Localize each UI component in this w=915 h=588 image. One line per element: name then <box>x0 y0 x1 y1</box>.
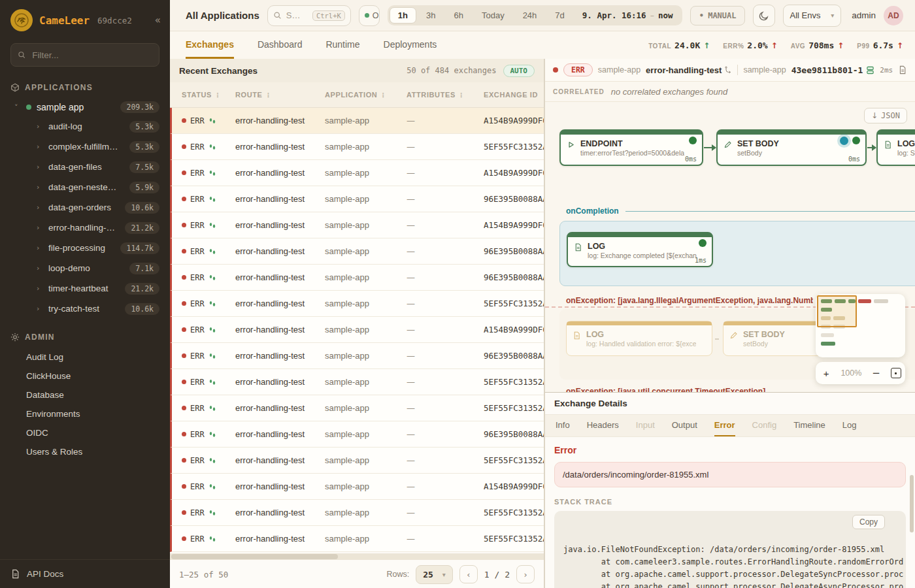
sidebar-route-item[interactable]: ›try-catch-test10.6k <box>0 299 170 319</box>
global-search-input[interactable]: S… Ctrl+K <box>267 5 351 26</box>
sidebar-item-environments[interactable]: Environments <box>0 404 170 423</box>
table-row[interactable]: ERRerror-handling-testsample-app—A154B9A… <box>170 160 544 186</box>
table-row[interactable]: ERRerror-handling-testsample-app—5EF55FC… <box>170 134 544 160</box>
admin-menu: Audit LogClickHouseDatabaseEnvironmentsO… <box>0 348 170 461</box>
table-row[interactable]: ERRerror-handling-testsample-app—5EF55FC… <box>170 369 544 395</box>
copy-button[interactable]: Copy <box>852 515 885 529</box>
download-json-button[interactable]: ↓ JSON <box>864 108 907 123</box>
sidebar-item-clickhouse[interactable]: ClickHouse <box>0 367 170 385</box>
zoom-in-button[interactable]: + <box>820 368 833 379</box>
time-range-1h[interactable]: 1h <box>390 7 416 24</box>
minimap-viewport[interactable] <box>817 295 857 327</box>
zoom-out-button[interactable]: − <box>870 367 883 379</box>
time-range-6h[interactable]: 6h <box>445 7 471 24</box>
sidebar-item-api-docs[interactable]: API Docs <box>0 559 170 588</box>
table-row[interactable]: ERRerror-handling-testsample-app—5EF55FC… <box>170 500 544 526</box>
sidebar-route-item[interactable]: ›loop-demo7.1k <box>0 258 170 278</box>
node-exception-log[interactable]: LOG log: Handled validation error: ${exc… <box>566 321 712 356</box>
next-page-button[interactable]: › <box>516 565 535 583</box>
node-endpoint[interactable]: ENDPOINT timer:errorTest?period=5000&del… <box>559 129 703 166</box>
sidebar-route-item[interactable]: ›data-gen-neste…5.9k <box>0 177 170 197</box>
tab-dashboard[interactable]: Dashboard <box>258 31 303 59</box>
column-header-route[interactable]: ROUTE⋮ <box>235 91 325 99</box>
column-header-attributes[interactable]: ATTRIBUTES⋮ <box>407 91 484 99</box>
node-completion-log[interactable]: LOG log: Exchange completed [${exchan 1m… <box>567 232 713 267</box>
node-log[interactable]: LOG log: Sta <box>876 129 915 166</box>
scrollbar-thumb[interactable] <box>171 554 338 559</box>
status-label: ERR <box>190 325 205 335</box>
time-range-today[interactable]: Today <box>473 7 513 24</box>
details-tab-error[interactable]: Error <box>714 415 735 436</box>
details-tab-info[interactable]: Info <box>556 415 570 436</box>
table-row[interactable]: ERRerror-handling-testsample-app—5EF55FC… <box>170 526 544 552</box>
fit-view-button[interactable] <box>891 368 901 378</box>
date-range-display[interactable]: 9. Apr. 16:16–now <box>574 7 681 24</box>
table-row[interactable]: ERRerror-handling-testsample-app—96E395B… <box>170 186 544 212</box>
route-name: timer-heartbeat <box>48 284 108 293</box>
dark-mode-toggle[interactable] <box>753 5 775 27</box>
sidebar-route-item[interactable]: ›error-handling-…21.2k <box>0 218 170 238</box>
exchange-id[interactable]: 43ee9811b801-1 <box>791 65 875 75</box>
table-row[interactable]: ERRerror-handling-testsample-app—5EF55FC… <box>170 291 544 317</box>
flow-canvas[interactable]: ↓ JSON ENDPOINT timer:errorTest?period=5… <box>545 102 915 392</box>
tab-deployments[interactable]: Deployments <box>384 31 437 59</box>
filter-input[interactable] <box>31 50 152 61</box>
details-tab-log[interactable]: Log <box>842 415 857 436</box>
download-icon: ↓ <box>871 111 878 120</box>
table-row[interactable]: ERRerror-handling-testsample-app—96E395B… <box>170 238 544 265</box>
sidebar-collapse-icon[interactable]: « <box>155 14 161 26</box>
details-tab-timeline[interactable]: Timeline <box>793 415 825 436</box>
table-row[interactable]: ERRerror-handling-testsample-app—A154B9A… <box>170 317 544 343</box>
online-dot <box>365 13 369 18</box>
sidebar-route-item[interactable]: ›file-processing114.7k <box>0 238 170 258</box>
flow-minimap[interactable] <box>816 294 905 357</box>
table-row[interactable]: ERRerror-handling-testsample-app—A154B9A… <box>170 108 544 134</box>
table-row[interactable]: ERRerror-handling-testsample-app—A154B9A… <box>170 212 544 238</box>
sidebar-item-database[interactable]: Database <box>0 385 170 404</box>
table-row[interactable]: ERRerror-handling-testsample-app—A154B9A… <box>170 474 544 500</box>
sidebar-route-item[interactable]: ›complex-fulfillm…5.3k <box>0 137 170 157</box>
document-icon[interactable] <box>898 65 907 74</box>
manual-refresh-button[interactable]: • MANUAL <box>690 6 744 25</box>
status-label: ERR <box>190 169 205 178</box>
env-select[interactable]: All Envs ▾ <box>783 5 842 27</box>
time-range-3h[interactable]: 3h <box>418 7 444 24</box>
column-header-application[interactable]: APPLICATION⋮ <box>325 91 407 99</box>
chevron-right-icon: › <box>37 163 43 171</box>
sidebar-route-item[interactable]: ›audit-log5.3k <box>0 116 170 137</box>
sidebar-item-users-roles[interactable]: Users & Roles <box>0 442 170 461</box>
table-row[interactable]: ERRerror-handling-testsample-app—5EF55FC… <box>170 448 544 474</box>
route-count-badge: 10.6k <box>125 202 159 214</box>
column-header-exchange-id[interactable]: EXCHANGE ID <box>484 91 544 99</box>
node-set-body[interactable]: SET BODY setBody 0ms <box>716 129 867 166</box>
sidebar-item-audit-log[interactable]: Audit Log <box>0 348 170 367</box>
sidebar-filter[interactable] <box>10 43 159 67</box>
rows-per-page-select[interactable]: 25 ▾ <box>416 565 453 584</box>
details-tab-output[interactable]: Output <box>672 415 697 436</box>
sidebar-item-oidc[interactable]: OIDC <box>0 423 170 442</box>
auto-refresh-badge[interactable]: AUTO <box>503 65 535 77</box>
table-row[interactable]: ERRerror-handling-testsample-app—5EF55FC… <box>170 395 544 421</box>
time-range-7d[interactable]: 7d <box>546 7 573 24</box>
table-row[interactable]: ERRerror-handling-testsample-app—96E395B… <box>170 343 544 369</box>
sidebar-route-item[interactable]: ›data-gen-orders10.6k <box>0 197 170 218</box>
sidebar-route-item[interactable]: ›data-gen-files7.5k <box>0 157 170 177</box>
details-tab-headers[interactable]: Headers <box>587 415 619 436</box>
prev-page-button[interactable]: ‹ <box>459 565 478 583</box>
column-header-status[interactable]: STATUS⋮ <box>182 91 235 99</box>
sidebar-route-item[interactable]: ›timer-heartbeat21.2k <box>0 278 170 299</box>
zoom-level: 100% <box>840 368 861 378</box>
time-range-24h[interactable]: 24h <box>514 7 546 24</box>
tab-exchanges[interactable]: Exchanges <box>186 31 234 59</box>
tab-runtime[interactable]: Runtime <box>325 31 359 59</box>
stack-trace-code[interactable]: java.io.FileNotFoundException: /data/ord… <box>554 511 906 588</box>
sidebar-item-sample-app[interactable]: ˅ sample app 209.3k <box>0 98 170 116</box>
route-name[interactable]: error-handling-test <box>646 65 732 75</box>
details-scrollbar[interactable] <box>910 475 914 532</box>
status-cell: ERR <box>182 430 235 439</box>
table-row[interactable]: ERRerror-handling-testsample-app—96E395B… <box>170 265 544 291</box>
table-row[interactable]: ERRerror-handling-testsample-app—96E395B… <box>170 421 544 448</box>
horizontal-scrollbar[interactable] <box>170 553 544 560</box>
avatar[interactable]: AD <box>884 6 903 25</box>
sort-icon: ⋮ <box>265 91 273 99</box>
